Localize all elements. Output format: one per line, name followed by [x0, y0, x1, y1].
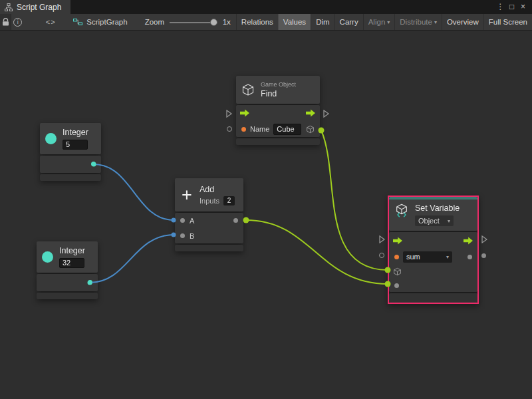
- set-variable-body: sum ▾: [389, 232, 477, 292]
- add-node-header: + Add Inputs 2: [175, 178, 243, 211]
- add-node[interactable]: + Add Inputs 2 A B: [175, 178, 243, 251]
- chevron-down-icon: ▾: [448, 218, 450, 224]
- window-close-icon[interactable]: ×: [517, 0, 529, 14]
- integer-port-row: [37, 274, 98, 291]
- window-controls: ⋮ □ ×: [495, 0, 532, 14]
- name-input-port[interactable]: [241, 127, 246, 132]
- value-input-port[interactable]: [394, 283, 399, 288]
- node-footer: [40, 174, 101, 181]
- find-node-header: Game Object Find: [236, 76, 320, 104]
- graph-breadcrumb[interactable]: ScriptGraph: [73, 18, 127, 26]
- flow-in-arrow-icon[interactable]: [240, 109, 250, 117]
- dim-button[interactable]: Dim: [311, 14, 334, 30]
- code-icon: <>: [46, 18, 56, 26]
- node-title: Integer: [63, 128, 88, 137]
- zoom-slider-handle[interactable]: [210, 19, 217, 26]
- flow-out-arrow-icon[interactable]: [464, 237, 473, 245]
- name-value-field[interactable]: Cube: [273, 124, 301, 135]
- name-label: Name: [250, 125, 269, 133]
- set-variable-node[interactable]: Set Variable Object ▾ sum ▾: [388, 196, 479, 304]
- chevron-down-icon: ▾: [434, 19, 437, 25]
- flow-triangle-icon: [379, 235, 385, 243]
- overview-button[interactable]: Overview: [442, 14, 483, 30]
- info-button[interactable]: i: [11, 14, 24, 30]
- distribute-button[interactable]: Distribute ▾: [394, 14, 442, 30]
- integer-port-row: [40, 156, 101, 173]
- flow-triangle-icon: [226, 110, 232, 118]
- node-footer: [389, 293, 477, 303]
- setvar-flow-in-port[interactable]: [379, 235, 385, 243]
- find-flow-out-port[interactable]: [323, 110, 329, 118]
- breadcrumb-graph-name: ScriptGraph: [86, 18, 127, 26]
- find-flow-in-port[interactable]: [226, 110, 232, 118]
- chevron-down-icon: ▾: [446, 254, 449, 260]
- value-dot-icon: [481, 253, 486, 258]
- carry-button[interactable]: Carry: [334, 14, 363, 30]
- plus-icon: +: [180, 184, 194, 206]
- port-label-a: A: [190, 217, 194, 225]
- align-button[interactable]: Align ▾: [363, 14, 395, 30]
- setvar-value-in-port[interactable]: [379, 253, 384, 258]
- integer-icon: [45, 133, 57, 144]
- tab-title: Script Graph: [17, 3, 61, 12]
- lock-button[interactable]: [0, 14, 11, 30]
- window-titlebar: Script Graph ⋮ □ ×: [0, 0, 532, 14]
- variable-name-port[interactable]: [394, 255, 399, 259]
- value-output-port[interactable]: [467, 255, 472, 259]
- relations-button[interactable]: Relations: [236, 14, 278, 30]
- lock-icon: [2, 18, 9, 27]
- node-footer: [175, 245, 243, 251]
- find-flow-row: [236, 105, 320, 121]
- node-category: Game Object: [261, 81, 296, 88]
- setvar-flow-out-port[interactable]: [481, 235, 487, 243]
- node-footer: [236, 138, 320, 145]
- flow-out-arrow-icon[interactable]: [306, 109, 316, 117]
- find-node[interactable]: Game Object Find Name Cube: [236, 76, 320, 145]
- window-maximize-icon[interactable]: □: [506, 0, 517, 14]
- setvar-value-out-port[interactable]: [481, 253, 486, 258]
- integer-node-top[interactable]: Integer 5: [40, 123, 101, 181]
- sum-output-port[interactable]: [233, 218, 238, 223]
- value-circle-icon: [227, 126, 232, 132]
- unity-script-graph-window: Script Graph ⋮ □ × i <>: [0, 0, 532, 399]
- input-port-a[interactable]: [180, 218, 185, 223]
- flow-triangle-icon: [481, 235, 487, 243]
- zoom-value: 1x: [223, 18, 231, 26]
- node-title: Find: [261, 89, 296, 98]
- inputs-count-field[interactable]: 2: [223, 196, 235, 205]
- chevron-down-icon: ▾: [387, 19, 390, 25]
- variable-scope-dropdown[interactable]: Object ▾: [415, 215, 454, 226]
- flow-in-arrow-icon[interactable]: [393, 237, 403, 245]
- gameobject-input-port-icon[interactable]: [393, 267, 402, 276]
- port-label-b: B: [190, 232, 194, 240]
- script-graph-tab[interactable]: Script Graph: [0, 0, 70, 14]
- integer-node-header: Integer 5: [40, 123, 101, 154]
- flow-triangle-icon: [323, 110, 329, 118]
- integer-value-field[interactable]: 5: [63, 140, 88, 150]
- csharp-preview-button[interactable]: <>: [44, 14, 57, 30]
- script-graph-icon: [73, 18, 82, 26]
- node-title: Integer: [59, 246, 85, 255]
- zoom-slider[interactable]: [170, 14, 217, 30]
- variable-name-dropdown[interactable]: sum ▾: [403, 251, 452, 263]
- gameobject-output-port-icon[interactable]: [306, 125, 315, 134]
- node-title: Set Variable: [415, 203, 460, 213]
- integer-output-port[interactable]: [91, 162, 96, 166]
- info-icon: i: [13, 18, 22, 27]
- find-value-in-port[interactable]: [227, 126, 232, 132]
- inputs-label: Inputs: [200, 197, 219, 205]
- input-port-b[interactable]: [180, 233, 185, 238]
- integer-node-header: Integer 32: [37, 241, 98, 273]
- values-button[interactable]: Values: [278, 14, 311, 30]
- fullscreen-button[interactable]: Full Screen: [483, 14, 532, 30]
- integer-node-bottom[interactable]: Integer 32: [37, 241, 98, 299]
- integer-icon: [42, 251, 53, 263]
- window-menu-icon[interactable]: ⋮: [495, 0, 506, 14]
- add-input-row-a: A: [175, 213, 243, 228]
- node-title: Add: [200, 185, 235, 194]
- setvar-name-row: sum ▾: [389, 249, 477, 264]
- integer-value-field[interactable]: 32: [59, 258, 84, 268]
- graph-toolbar: i <> ScriptGraph Zoom 1x Relations Val: [0, 14, 532, 31]
- integer-output-port[interactable]: [88, 280, 92, 285]
- zoom-label: Zoom: [145, 18, 164, 26]
